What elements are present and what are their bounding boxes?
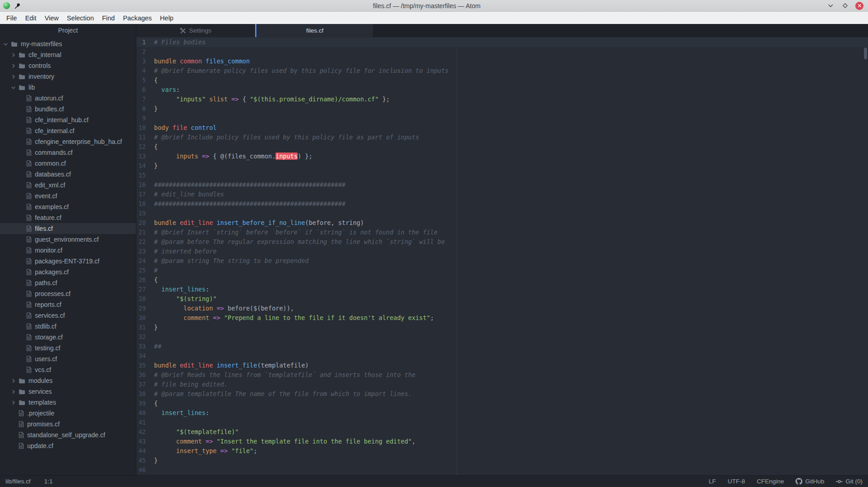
tree-file-autorun-cf[interactable]: autorun.cf (0, 93, 136, 104)
window-minimize-button[interactable] (826, 2, 834, 10)
chevron-right-icon[interactable] (11, 390, 19, 394)
tree-file-processes-cf[interactable]: processes.cf (0, 288, 136, 299)
code-line-9[interactable]: 9 (136, 114, 868, 123)
tree-file-update-cf[interactable]: update.cf (0, 440, 136, 451)
text-editor[interactable]: 1# Files bodies23bundle common files_com… (136, 37, 868, 475)
tree-file-cfengine-enterprise-hub-ha-cf[interactable]: cfengine_enterprise_hub_ha.cf (0, 136, 136, 147)
code-line-25[interactable]: 25# (136, 266, 868, 275)
tree-folder-cfe-internal[interactable]: cfe_internal (0, 49, 136, 60)
code-line-34[interactable]: 34 (136, 351, 868, 361)
code-line-14[interactable]: 14} (136, 161, 868, 171)
code-line-12[interactable]: 12{ (136, 142, 868, 152)
tree-file-services-cf[interactable]: services.cf (0, 310, 136, 321)
tree-file-examples-cf[interactable]: examples.cf (0, 201, 136, 212)
tree-file-cfe-internal-cf[interactable]: cfe_internal.cf (0, 125, 136, 136)
tree-file-databases-cf[interactable]: databases.cf (0, 169, 136, 180)
tree-file-monitor-cf[interactable]: monitor.cf (0, 245, 136, 256)
code-line-41[interactable]: 41 (136, 418, 868, 427)
code-line-38[interactable]: 38# @param templatefile The name of the … (136, 389, 868, 399)
tree-folder-templates[interactable]: templates (0, 397, 136, 408)
code-line-2[interactable]: 2 (136, 47, 868, 57)
tree-file-cfe-internal-hub-cf[interactable]: cfe_internal_hub.cf (0, 115, 136, 125)
code-line-13[interactable]: 13 inputs => { @(files_common.inputs) }; (136, 152, 868, 161)
status-utf-8[interactable]: UTF-8 (728, 478, 745, 485)
menu-item-find[interactable]: Find (98, 13, 119, 24)
tree-file-vcs-cf[interactable]: vcs.cf (0, 364, 136, 375)
code-line-19[interactable]: 19 (136, 209, 868, 218)
code-line-1[interactable]: 1# Files bodies (136, 38, 868, 47)
code-line-8[interactable]: 8} (136, 104, 868, 114)
code-line-5[interactable]: 5{ (136, 76, 868, 85)
menu-item-selection[interactable]: Selection (63, 13, 98, 24)
code-line-20[interactable]: 20bundle edit_line insert_before_if_no_l… (136, 218, 868, 228)
code-line-39[interactable]: 39{ (136, 399, 868, 408)
code-line-44[interactable]: 44 insert_type => "file"; (136, 446, 868, 456)
code-line-29[interactable]: 29 location => before($(before)), (136, 304, 868, 313)
code-line-37[interactable]: 37# file being edited. (136, 380, 868, 389)
chevron-right-icon[interactable] (11, 401, 19, 405)
pin-icon[interactable] (14, 3, 21, 9)
window-close-button[interactable] (855, 2, 863, 10)
code-line-15[interactable]: 15 (136, 171, 868, 180)
tree-folder-lib[interactable]: lib (0, 82, 136, 93)
tree-file-event-cf[interactable]: event.cf (0, 191, 136, 201)
tree-folder-inventory[interactable]: inventory (0, 71, 136, 82)
tab-files-cf[interactable]: files.cf (255, 24, 374, 37)
tab-settings[interactable]: Settings (136, 24, 255, 37)
menu-item-file[interactable]: File (2, 13, 21, 24)
code-line-33[interactable]: 33## (136, 342, 868, 351)
window-maximize-button[interactable] (841, 2, 849, 10)
chevron-right-icon[interactable] (11, 64, 19, 68)
code-line-46[interactable]: 46 (136, 465, 868, 475)
code-line-36[interactable]: 36# @brief Reads the lines from `templat… (136, 370, 868, 380)
tree-folder-controls[interactable]: controls (0, 60, 136, 71)
menu-item-view[interactable]: View (40, 13, 63, 24)
tree-folder-my-masterfiles[interactable]: my-masterfiles (0, 38, 136, 49)
tree-file-paths-cf[interactable]: paths.cf (0, 277, 136, 288)
code-line-7[interactable]: 7 "inputs" slist => { "$(this.promise_di… (136, 95, 868, 104)
code-line-6[interactable]: 6 vars: (136, 85, 868, 95)
tree-file--projectile[interactable]: .projectile (0, 408, 136, 419)
tree-file-feature-cf[interactable]: feature.cf (0, 212, 136, 223)
code-line-22[interactable]: 22# @param before The regular expression… (136, 237, 868, 247)
tree-file-users-cf[interactable]: users.cf (0, 353, 136, 364)
tree-file-files-cf[interactable]: files.cf (0, 223, 136, 234)
code-line-43[interactable]: 43 comment => "Insert the template file … (136, 437, 868, 446)
code-line-10[interactable]: 10body file control (136, 123, 868, 133)
tree-folder-modules[interactable]: modules (0, 375, 136, 386)
chevron-down-icon[interactable] (11, 86, 19, 90)
code-line-30[interactable]: 30 comment => "Prepend a line to the fil… (136, 313, 868, 323)
code-line-45[interactable]: 45} (136, 456, 868, 465)
code-line-17[interactable]: 17# edit_line bundles (136, 190, 868, 199)
code-line-4[interactable]: 4# @brief Enumerate policy files used by… (136, 66, 868, 76)
code-line-24[interactable]: 24# @param string The string to be prepe… (136, 256, 868, 266)
menu-item-edit[interactable]: Edit (21, 13, 40, 24)
tree-file-commands-cf[interactable]: commands.cf (0, 147, 136, 158)
code-line-23[interactable]: 23# inserted before (136, 247, 868, 256)
chevron-right-icon[interactable] (11, 75, 19, 79)
tree-file-standalone-self-upgrade-cf[interactable]: standalone_self_upgrade.cf (0, 430, 136, 440)
tree-file-stdlib-cf[interactable]: stdlib.cf (0, 321, 136, 332)
code-line-21[interactable]: 21# @brief Insert `string` before `befor… (136, 228, 868, 237)
status-git-0-[interactable]: Git (0) (836, 478, 863, 485)
code-line-42[interactable]: 42 "$(templatefile)" (136, 427, 868, 437)
tree-file-storage-cf[interactable]: storage.cf (0, 332, 136, 343)
code-line-32[interactable]: 32 (136, 332, 868, 342)
code-line-31[interactable]: 31} (136, 323, 868, 332)
tree-file-edit-xml-cf[interactable]: edit_xml.cf (0, 180, 136, 191)
tree-file-bundles-cf[interactable]: bundles.cf (0, 104, 136, 115)
code-line-11[interactable]: 11# @brief Include policy files used by … (136, 133, 868, 142)
code-line-16[interactable]: 16######################################… (136, 180, 868, 190)
status-github[interactable]: GitHub (796, 478, 824, 485)
status-cfengine[interactable]: CFEngine (757, 478, 784, 485)
chevron-right-icon[interactable] (11, 53, 19, 57)
code-line-35[interactable]: 35bundle edit_line insert_file(templatef… (136, 361, 868, 370)
vertical-scrollbar-thumb[interactable] (864, 48, 867, 59)
menu-item-help[interactable]: Help (156, 13, 178, 24)
status-lib-files-cf[interactable]: lib/files.cf (5, 478, 31, 485)
tree-folder-services[interactable]: services (0, 386, 136, 397)
code-line-3[interactable]: 3bundle common files_common (136, 57, 868, 66)
tree-file-packages-ent-3719-cf[interactable]: packages-ENT-3719.cf (0, 256, 136, 267)
code-line-40[interactable]: 40 insert_lines: (136, 408, 868, 418)
tree-file-packages-cf[interactable]: packages.cf (0, 267, 136, 277)
